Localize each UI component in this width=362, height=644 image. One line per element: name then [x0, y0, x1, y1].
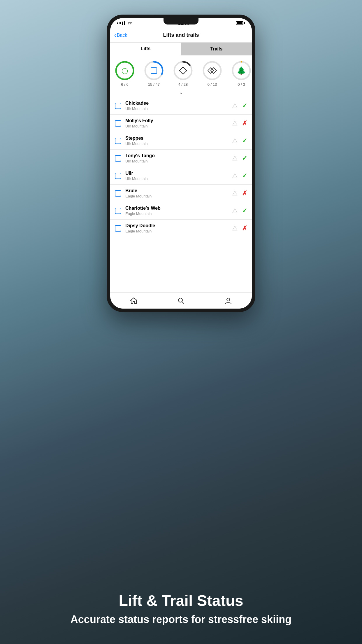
filter-all[interactable]: ◯ 6 / 6: [110, 60, 139, 87]
status-icon-6: ✓: [242, 207, 247, 215]
signal-bar-4: [124, 21, 125, 25]
promo-area: Lift & Trail Status Accurate status repo…: [0, 592, 362, 626]
wifi-icon: ▿▿: [128, 21, 132, 25]
expand-chevron[interactable]: ⌄: [110, 89, 252, 97]
item-name-4: Ullr: [125, 171, 228, 176]
checkbox-chickadee[interactable]: [115, 103, 121, 109]
checkbox-steppes[interactable]: [115, 138, 121, 144]
nav-header: ‹ Back Lifts and trails: [110, 28, 252, 43]
battery-indicator: [236, 21, 245, 25]
item-name-1: Molly's Folly: [125, 118, 228, 123]
svg-point-9: [233, 62, 250, 79]
list-item[interactable]: Dipsy Doodle Eagle Mountain ⚠ ✗: [110, 220, 252, 237]
back-button[interactable]: ‹ Back: [114, 32, 127, 38]
filter-label-all: 6 / 6: [121, 82, 128, 87]
search-icon: [177, 297, 185, 304]
lift-icon-5: ⚠: [232, 190, 238, 197]
nav-profile[interactable]: [219, 295, 237, 307]
promo-title: Lift & Trail Status: [23, 592, 339, 609]
filter-circle-double-diamond: [202, 60, 223, 81]
item-name-0: Chickadee: [125, 101, 228, 106]
lift-icon-1: ⚠: [232, 120, 238, 127]
svg-line-12: [182, 302, 184, 304]
tab-lifts[interactable]: Lifts: [110, 43, 181, 55]
filter-label-chair: 15 / 47: [148, 82, 160, 87]
filter-chair[interactable]: 15 / 47: [139, 60, 168, 87]
status-icon-0: ✓: [242, 102, 247, 110]
progress-ring-all: [114, 60, 135, 81]
back-label: Back: [117, 33, 127, 38]
status-icon-3: ✓: [242, 155, 247, 162]
checkbox-brule[interactable]: [115, 190, 121, 197]
battery-tip: [244, 22, 245, 24]
filter-area: ◯ 6 / 6 15 / 47: [110, 55, 252, 89]
list-item[interactable]: Molly's Folly Ullr Mountain ⚠ ✗: [110, 115, 252, 132]
battery-body: [236, 21, 243, 25]
item-name-3: Tony's Tango: [125, 153, 228, 158]
profile-icon: [224, 297, 232, 304]
signal-bar-2: [120, 22, 121, 24]
item-location-6: Eagle Mountain: [125, 211, 228, 216]
tab-bar: Lifts Trails: [110, 43, 252, 55]
status-icon-5: ✗: [242, 190, 247, 197]
item-text-brule: Brule Eagle Mountain: [125, 188, 228, 198]
checkbox-charlottes-web[interactable]: [115, 208, 121, 214]
status-icon-7: ✗: [242, 225, 247, 232]
item-text-tonys-tango: Tony's Tango Ullr Mountain: [125, 153, 228, 163]
filter-circle-all: ◯: [114, 60, 135, 81]
filter-label-diamond: 4 / 28: [178, 82, 188, 87]
item-location-3: Ullr Mountain: [125, 159, 228, 163]
filter-tree[interactable]: 🌲 0 / 3: [227, 60, 252, 87]
lift-icon-6: ⚠: [232, 207, 238, 215]
list-item[interactable]: Brule Eagle Mountain ⚠ ✗: [110, 185, 252, 202]
item-text-chickadee: Chickadee Ullr Mountain: [125, 101, 228, 111]
item-location-4: Ullr Mountain: [125, 176, 228, 181]
checkbox-ullr[interactable]: [115, 173, 121, 179]
status-icon-2: ✓: [242, 137, 247, 145]
filter-diamond[interactable]: 4 / 28: [168, 60, 198, 87]
signal-bar-3: [122, 22, 123, 25]
bottom-nav: [110, 292, 252, 309]
notch: [164, 18, 198, 24]
list-item[interactable]: Steppes Ullr Mountain ⚠ ✓: [110, 132, 252, 150]
checkbox-tonys-tango[interactable]: [115, 155, 121, 162]
lift-icon-2: ⚠: [232, 137, 238, 145]
item-location-0: Ullr Mountain: [125, 106, 228, 111]
list-item[interactable]: Charlotte's Web Eagle Mountain ⚠ ✓: [110, 202, 252, 220]
chevron-left-icon: ‹: [114, 32, 116, 38]
item-location-5: Eagle Mountain: [125, 194, 228, 198]
battery-fill: [237, 22, 242, 24]
home-icon: [130, 297, 138, 304]
promo-subtitle: Accurate status reports for stressfree s…: [23, 613, 339, 626]
filter-double-diamond[interactable]: 0 / 13: [198, 60, 227, 87]
item-name-6: Charlotte's Web: [125, 206, 228, 211]
lift-icon-4: ⚠: [232, 172, 238, 180]
phone-frame: ▿▿ 12:00 ‹ Back Lifts and trails Lifts: [107, 15, 255, 312]
lift-icon-3: ⚠: [232, 155, 238, 162]
tab-trails[interactable]: Trails: [181, 43, 252, 55]
signal-area: ▿▿: [117, 21, 132, 25]
checkbox-mollys-folly[interactable]: [115, 120, 121, 127]
filter-circle-tree: 🌲: [231, 60, 252, 81]
checkbox-dipsy-doodle[interactable]: [115, 225, 121, 232]
svg-point-1: [116, 62, 133, 79]
list-item[interactable]: Ullr Ullr Mountain ⚠ ✓: [110, 167, 252, 185]
item-text-steppes: Steppes Ullr Mountain: [125, 136, 228, 146]
nav-home[interactable]: [125, 295, 143, 307]
item-text-ullr: Ullr Ullr Mountain: [125, 171, 228, 181]
list-item[interactable]: Tony's Tango Ullr Mountain ⚠ ✓: [110, 150, 252, 167]
progress-ring-tree: [231, 60, 252, 81]
list-item[interactable]: Chickadee Ullr Mountain ⚠ ✓: [110, 97, 252, 115]
filter-label-tree: 0 / 3: [238, 82, 245, 87]
progress-ring-double-diamond: [202, 60, 223, 81]
nav-search[interactable]: [172, 295, 190, 307]
svg-point-13: [227, 298, 230, 301]
item-text-dipsy-doodle: Dipsy Doodle Eagle Mountain: [125, 223, 228, 233]
svg-point-6: [203, 62, 221, 79]
item-text-mollys-folly: Molly's Folly Ullr Mountain: [125, 118, 228, 128]
signal-bar-1: [117, 22, 118, 24]
progress-ring-chair: [143, 60, 164, 81]
item-location-1: Ullr Mountain: [125, 124, 228, 128]
lift-list: Chickadee Ullr Mountain ⚠ ✓ Molly's Foll…: [110, 97, 252, 292]
filter-label-double-diamond: 0 / 13: [208, 82, 217, 87]
